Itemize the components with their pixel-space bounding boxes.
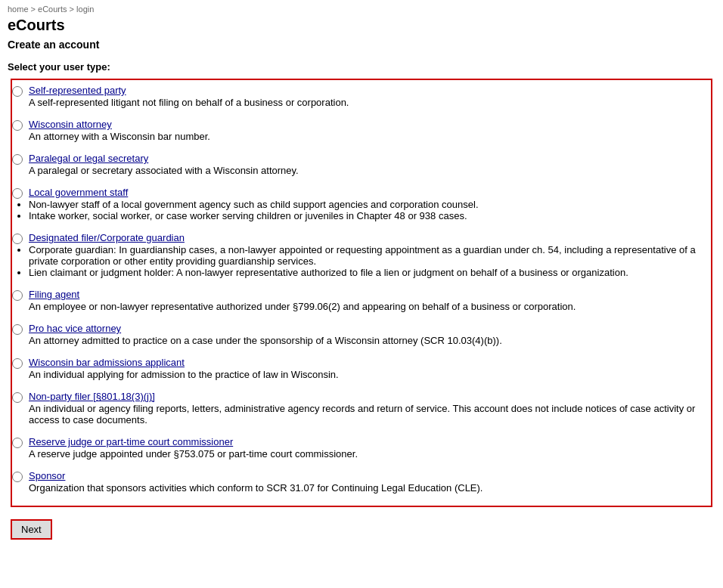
next-button[interactable]: Next [11, 519, 52, 540]
list-item: Paralegal or legal secretaryA paralegal … [12, 151, 711, 178]
user-type-radio-group: Self-represented partyA self-represented… [11, 79, 712, 507]
list-item: SponsorOrganization that sponsors activi… [12, 469, 711, 495]
radio-sponsor[interactable] [12, 472, 23, 484]
user-type-desc-wisconsin-attorney: An attorney with a Wisconsin bar number. [29, 131, 711, 142]
user-type-name-pro-hac-vice[interactable]: Pro hac vice attorney [29, 323, 121, 334]
list-item: Self-represented partyA self-represented… [12, 83, 711, 110]
radio-input-wisconsin-attorney[interactable] [12, 120, 23, 131]
radio-self-represented[interactable] [12, 86, 23, 99]
breadcrumb: home > eCourts > login [0, 0, 723, 15]
user-type-desc-self-represented: A self-represented litigant not filing o… [29, 97, 711, 108]
radio-input-self-represented[interactable] [12, 86, 23, 97]
user-type-bullets-local-government: Non-lawyer staff of a local government a… [29, 199, 711, 221]
radio-filing-agent[interactable] [12, 290, 23, 303]
radio-bar-admissions[interactable] [12, 358, 23, 371]
list-item: Wisconsin attorneyAn attorney with a Wis… [12, 117, 711, 144]
list-item: Designated filer/Corporate guardianCorpo… [12, 231, 711, 280]
user-type-bullets-designated-filer: Corporate guardian: In guardianship case… [29, 244, 711, 278]
radio-non-party-filer[interactable] [12, 392, 23, 405]
radio-input-filing-agent[interactable] [12, 290, 23, 301]
user-type-desc-paralegal: A paralegal or secretary associated with… [29, 165, 711, 176]
radio-input-designated-filer[interactable] [12, 234, 23, 244]
user-type-name-designated-filer[interactable]: Designated filer/Corporate guardian [29, 232, 185, 243]
user-type-name-sponsor[interactable]: Sponsor [29, 470, 65, 481]
list-item: Local government staffNon-lawyer staff o… [12, 185, 711, 223]
user-type-name-non-party-filer[interactable]: Non-party filer [§801.18(3)(j)] [29, 391, 155, 402]
user-type-desc-filing-agent: An employee or non-lawyer representative… [29, 301, 711, 312]
radio-input-non-party-filer[interactable] [12, 392, 23, 403]
radio-input-pro-hac-vice[interactable] [12, 324, 23, 335]
user-type-name-local-government[interactable]: Local government staff [29, 187, 128, 198]
user-type-content-wisconsin-attorney: Wisconsin attorneyAn attorney with a Wis… [29, 119, 711, 142]
list-item: Pro hac vice attorneyAn attorney admitte… [12, 321, 711, 348]
user-type-name-wisconsin-attorney[interactable]: Wisconsin attorney [29, 119, 112, 130]
user-type-content-pro-hac-vice: Pro hac vice attorneyAn attorney admitte… [29, 323, 711, 346]
list-item: Reserve judge or part-time court commiss… [12, 435, 711, 461]
user-type-content-designated-filer: Designated filer/Corporate guardianCorpo… [29, 232, 711, 278]
user-type-name-filing-agent[interactable]: Filing agent [29, 289, 79, 300]
page-title: eCourts [0, 15, 723, 37]
bullet-item: Non-lawyer staff of a local government a… [29, 199, 711, 210]
user-type-desc-bar-admissions: An individual applying for admission to … [29, 369, 711, 380]
user-type-content-local-government: Local government staffNon-lawyer staff o… [29, 187, 711, 221]
user-type-content-non-party-filer: Non-party filer [§801.18(3)(j)]An indivi… [29, 391, 711, 426]
list-item: Non-party filer [§801.18(3)(j)]An indivi… [12, 389, 711, 427]
radio-reserve-judge[interactable] [12, 438, 23, 450]
radio-input-bar-admissions[interactable] [12, 358, 23, 369]
user-type-content-paralegal: Paralegal or legal secretaryA paralegal … [29, 153, 711, 176]
radio-pro-hac-vice[interactable] [12, 324, 23, 337]
select-label: Select your user type: [0, 57, 723, 79]
user-type-content-filing-agent: Filing agentAn employee or non-lawyer re… [29, 289, 711, 312]
radio-wisconsin-attorney[interactable] [12, 120, 23, 133]
user-type-desc-pro-hac-vice: An attorney admitted to practice on a ca… [29, 335, 711, 346]
user-type-content-reserve-judge: Reserve judge or part-time court commiss… [29, 436, 711, 460]
list-item: Filing agentAn employee or non-lawyer re… [12, 287, 711, 314]
radio-input-local-government[interactable] [12, 188, 23, 199]
radio-input-paralegal[interactable] [12, 154, 23, 165]
user-type-desc-reserve-judge: A reserve judge appointed under §753.075… [29, 448, 711, 460]
radio-paralegal[interactable] [12, 154, 23, 167]
user-type-desc-non-party-filer: An individual or agency filing reports, … [29, 403, 711, 426]
user-type-name-reserve-judge[interactable]: Reserve judge or part-time court commiss… [29, 436, 233, 447]
radio-input-reserve-judge[interactable] [12, 438, 23, 448]
user-type-name-self-represented[interactable]: Self-represented party [29, 85, 126, 96]
radio-input-sponsor[interactable] [12, 472, 23, 482]
user-type-name-paralegal[interactable]: Paralegal or legal secretary [29, 153, 148, 164]
list-item: Wisconsin bar admissions applicantAn ind… [12, 355, 711, 382]
user-type-desc-sponsor: Organization that sponsors activities wh… [29, 482, 711, 494]
bullet-item: Corporate guardian: In guardianship case… [29, 244, 711, 267]
section-title: Create an account [0, 37, 723, 57]
user-type-name-bar-admissions[interactable]: Wisconsin bar admissions applicant [29, 357, 185, 368]
user-type-content-self-represented: Self-represented partyA self-represented… [29, 85, 711, 108]
user-type-content-sponsor: SponsorOrganization that sponsors activi… [29, 470, 711, 494]
bullet-item: Lien claimant or judgment holder: A non-… [29, 267, 711, 278]
user-type-content-bar-admissions: Wisconsin bar admissions applicantAn ind… [29, 357, 711, 380]
bullet-item: Intake worker, social worker, or case wo… [29, 210, 711, 221]
